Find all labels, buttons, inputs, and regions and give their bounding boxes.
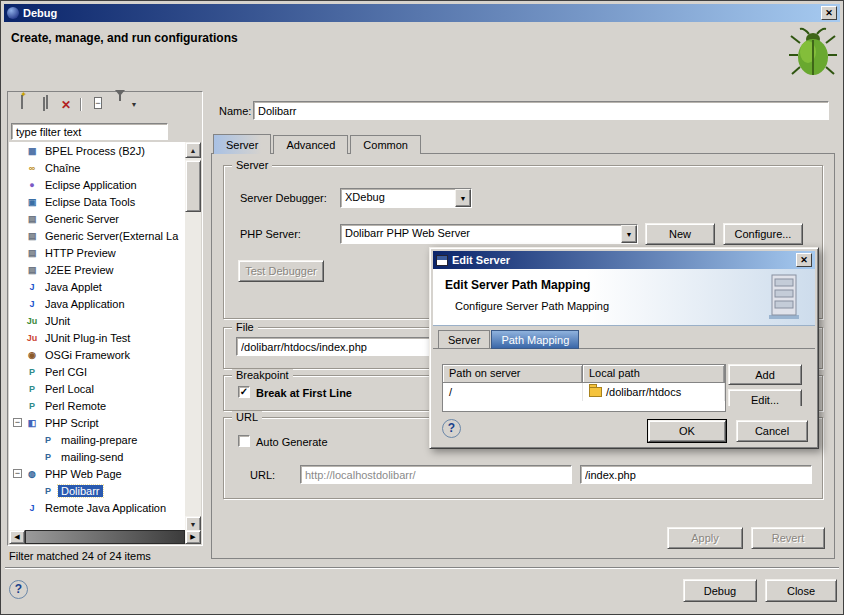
remote-java-icon: J bbox=[25, 503, 39, 513]
table-row[interactable]: //dolibarr/htdocs bbox=[443, 383, 725, 401]
url-path-input[interactable] bbox=[580, 465, 812, 484]
tree-horizontal-scrollbar[interactable]: ◀ ▶ bbox=[9, 530, 201, 544]
debug-button[interactable]: Debug bbox=[683, 579, 757, 602]
url-base-input[interactable] bbox=[300, 465, 572, 484]
close-icon[interactable]: ✕ bbox=[821, 6, 837, 20]
chevron-down-icon[interactable]: ▼ bbox=[621, 225, 637, 243]
dialog-close-icon[interactable]: ✕ bbox=[796, 253, 812, 267]
tree-item[interactable]: Pmailing-send bbox=[9, 448, 186, 465]
new-config-icon[interactable]: ✦ bbox=[12, 96, 32, 114]
tree-item[interactable]: JuJUnit Plug-in Test bbox=[9, 329, 186, 346]
tree-item[interactable]: JJava Application bbox=[9, 295, 186, 312]
php-file-icon: P bbox=[41, 435, 55, 445]
java-applet-icon: J bbox=[25, 282, 39, 292]
new-server-button-label: New bbox=[669, 228, 691, 240]
edit-mapping-button[interactable]: Edit... bbox=[728, 389, 802, 406]
duplicate-config-icon[interactable] bbox=[34, 96, 54, 114]
tree-item[interactable]: PPerl Local bbox=[9, 380, 186, 397]
tree-item[interactable]: JuJUnit bbox=[9, 312, 186, 329]
server-debugger-value: XDebug bbox=[341, 189, 455, 207]
chevron-down-icon[interactable]: ▼ bbox=[455, 189, 471, 207]
tree-item[interactable]: ▤Generic Server bbox=[9, 210, 186, 227]
j2ee-preview-icon: ▤ bbox=[25, 265, 39, 275]
tree-item-label: Perl Remote bbox=[42, 400, 109, 412]
tab-server[interactable]: Server bbox=[213, 134, 271, 154]
column-header-path-on-server[interactable]: Path on server bbox=[443, 365, 583, 383]
apply-button[interactable]: Apply bbox=[667, 527, 743, 549]
tree-item[interactable]: −◧PHP Script bbox=[9, 414, 186, 431]
close-button[interactable]: Close bbox=[765, 579, 837, 602]
window-titlebar[interactable]: Debug ✕ bbox=[4, 4, 840, 22]
auto-generate-checkbox[interactable] bbox=[238, 435, 250, 447]
configure-server-button[interactable]: Configure... bbox=[723, 223, 803, 245]
tree-item[interactable]: JRemote Java Application bbox=[9, 499, 186, 516]
vertical-scroll-thumb[interactable] bbox=[185, 160, 201, 212]
eclipse-data-tools-icon: ▣ bbox=[25, 197, 39, 207]
path-mapping-table[interactable]: Path on server Local path //dolibarr/htd… bbox=[442, 364, 726, 412]
test-debugger-button[interactable]: Test Debugger bbox=[238, 260, 324, 282]
dialog-tab-bar: Server Path Mapping bbox=[438, 330, 580, 349]
dialog-tab-server[interactable]: Server bbox=[438, 330, 490, 349]
tree-item-label: PHP Script bbox=[42, 417, 102, 429]
tree-item[interactable]: ▤Generic Server(External La bbox=[9, 227, 186, 244]
help-icon[interactable]: ? bbox=[9, 580, 28, 599]
junit-icon: Ju bbox=[25, 316, 39, 326]
scroll-left-icon[interactable]: ◀ bbox=[9, 530, 25, 544]
new-server-button[interactable]: New bbox=[645, 223, 715, 245]
tree-item-label: Dolibarr bbox=[58, 485, 103, 497]
generic-server-icon: ▤ bbox=[25, 214, 39, 224]
tab-common[interactable]: Common bbox=[350, 135, 421, 154]
tree-item[interactable]: −◍PHP Web Page bbox=[9, 465, 186, 482]
tree-item[interactable]: ∞Chaîne bbox=[9, 159, 186, 176]
tree-item[interactable]: PPerl CGI bbox=[9, 363, 186, 380]
revert-button[interactable]: Revert bbox=[751, 527, 825, 549]
tree-item-label: Eclipse Data Tools bbox=[42, 196, 138, 208]
tree-vertical-scrollbar[interactable]: ▲ ▼ bbox=[185, 142, 201, 532]
junit-plugin-icon: Ju bbox=[25, 333, 39, 343]
dialog-tab-path-mapping[interactable]: Path Mapping bbox=[491, 330, 579, 349]
filter-input[interactable] bbox=[11, 123, 168, 140]
dialog-tab-server-label: Server bbox=[448, 334, 480, 346]
horizontal-scroll-thumb[interactable] bbox=[25, 530, 185, 544]
tree-item[interactable]: ▤J2EE Preview bbox=[9, 261, 186, 278]
tree-item-label: Java Applet bbox=[42, 281, 105, 293]
tree-item[interactable]: ▣Eclipse Data Tools bbox=[9, 193, 186, 210]
tree-item[interactable]: Pmailing-prepare bbox=[9, 431, 186, 448]
delete-config-icon[interactable]: ✕ bbox=[56, 96, 76, 114]
column-header-local-path[interactable]: Local path bbox=[583, 365, 725, 383]
break-first-line-checkbox[interactable]: ✓ bbox=[238, 386, 250, 398]
name-input[interactable] bbox=[253, 101, 829, 120]
test-debugger-button-label: Test Debugger bbox=[245, 265, 317, 277]
tree-item-label: JUnit Plug-in Test bbox=[42, 332, 133, 344]
tree-item[interactable]: JJava Applet bbox=[9, 278, 186, 295]
collapse-toggle-icon[interactable]: − bbox=[13, 418, 22, 427]
tree-item-label: PHP Web Page bbox=[42, 468, 125, 480]
cancel-button[interactable]: Cancel bbox=[736, 420, 808, 442]
tree-item[interactable]: ▤HTTP Preview bbox=[9, 244, 186, 261]
add-mapping-button[interactable]: Add bbox=[728, 364, 802, 385]
tab-advanced[interactable]: Advanced bbox=[273, 135, 348, 154]
scroll-right-icon[interactable]: ▶ bbox=[185, 530, 201, 544]
apply-button-label: Apply bbox=[691, 532, 719, 544]
tree-item[interactable]: ▦BPEL Process (B2J) bbox=[9, 142, 186, 159]
ok-button[interactable]: OK bbox=[648, 420, 726, 442]
tree-item[interactable]: ●Eclipse Application bbox=[9, 176, 186, 193]
tree-item[interactable]: ◉OSGi Framework bbox=[9, 346, 186, 363]
server-debugger-select[interactable]: XDebug ▼ bbox=[340, 188, 472, 208]
scroll-up-icon[interactable]: ▲ bbox=[185, 142, 201, 158]
dialog-titlebar[interactable]: Edit Server ✕ bbox=[433, 251, 815, 269]
collapse-all-icon[interactable]: − bbox=[88, 96, 108, 114]
tree-item[interactable]: PPerl Remote bbox=[9, 397, 186, 414]
server-group-title: Server bbox=[232, 159, 272, 171]
dialog-help-icon[interactable]: ? bbox=[442, 419, 461, 438]
collapse-toggle-icon[interactable]: − bbox=[13, 469, 22, 478]
server-rack-icon bbox=[767, 273, 801, 321]
tree-item[interactable]: PDolibarr bbox=[9, 482, 186, 499]
filter-config-icon[interactable] bbox=[110, 96, 130, 114]
path-on-server-cell[interactable]: / bbox=[443, 383, 583, 401]
local-path-cell[interactable]: /dolibarr/htdocs bbox=[583, 383, 725, 401]
toolbar-menu-dropdown-icon[interactable]: ▼ bbox=[128, 96, 140, 114]
tree-item-label: Java Application bbox=[42, 298, 128, 310]
php-server-select[interactable]: Dolibarr PHP Web Server ▼ bbox=[340, 224, 638, 244]
config-tree: ▦BPEL Process (B2J)∞Chaîne●Eclipse Appli… bbox=[9, 142, 186, 532]
